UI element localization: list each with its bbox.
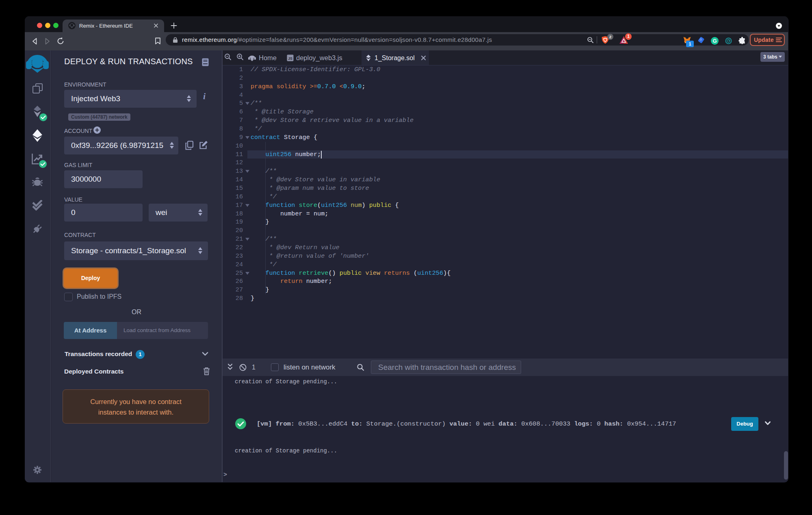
svg-text:JS: JS: [288, 56, 292, 61]
